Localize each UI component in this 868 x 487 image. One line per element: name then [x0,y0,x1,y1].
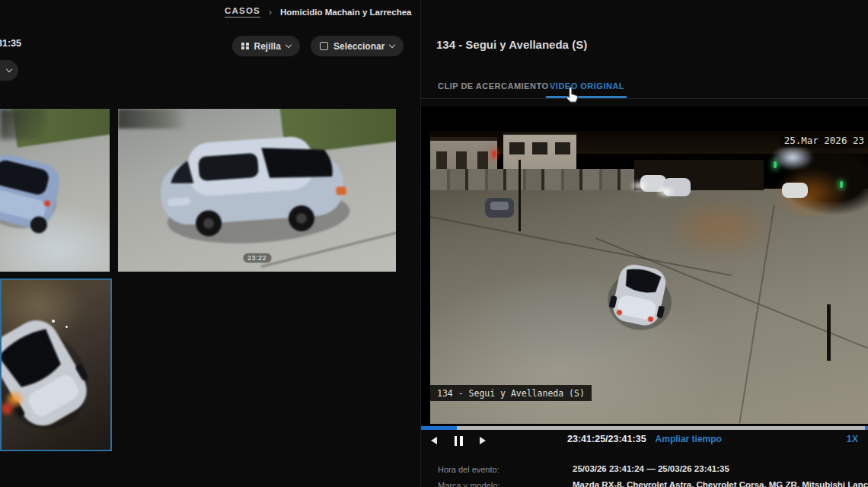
scene-car-white [782,183,808,198]
checkbox-icon [320,42,328,50]
playback-time-display: 23:41:25/23:41:35 [567,434,646,444]
make-model-value: Mazda RX-8, Chevrolet Astra, Chevrolet C… [573,480,868,487]
scene-headlight-glow [771,145,814,170]
event-time-value: 25/03/26 23:41:24 — 25/03/26 23:41:35 [573,464,729,473]
clipped-dropdown-button[interactable] [0,60,18,81]
scene-main-car [595,255,685,342]
thumb2-time-badge: 23:22 [242,253,272,263]
video-player[interactable]: 25.Mar 2026 23 134 - Segui y Avellaneda … [421,107,868,425]
scene-pole [827,304,831,361]
grid-view-label: Rejilla [254,41,281,52]
cursor-hand-icon [564,85,581,105]
timeline-progress-fill [421,426,457,430]
clipped-timestamp-text: 31:35 [0,38,21,49]
scene-parked-car [485,198,514,218]
tabs-bottom-border [421,98,868,99]
thumb1-shadow [0,109,46,139]
chevron-down-icon [389,42,395,48]
evidence-thumbnail-3-selected[interactable] [0,279,112,451]
video-osd-caption: 134 - Segui y Avellaneda (S) [430,385,592,401]
grid-icon [241,43,249,50]
video-footage: 25.Mar 2026 23 134 - Segui y Avellaneda … [430,131,868,424]
select-button[interactable]: Seleccionar [311,36,404,56]
camera-title: 134 - Segui y Avellaneda (S) [436,38,587,51]
app-window: CASOS › Homicidio Machain y Larrechea 31… [0,0,868,487]
scene-headlight-glow [656,186,675,198]
breadcrumb-case-name: Homicidio Machain y Larrechea [280,8,412,17]
scene-headlight-glow [630,180,649,192]
timeline-end-marker [865,426,868,430]
scene-storefront-shutters [430,169,634,190]
select-label: Seleccionar [333,41,385,52]
grid-view-button[interactable]: Rejilla [232,36,300,56]
chevron-down-icon [6,66,12,72]
scene-traffic-light-red [493,151,496,158]
tab-video-original[interactable]: VIDEO ORIGINAL [550,81,624,91]
event-time-label: Hora del evento: [438,465,499,474]
scene-traffic-light-green [774,161,777,168]
evidence-thumbnail-2[interactable]: 23:22 [118,109,396,272]
breadcrumb-casos-link[interactable]: CASOS [225,6,260,18]
thumb2-car-image [145,112,368,263]
thumb3-taillight-glow [0,402,14,415]
scene-traffic-light-green [840,181,843,188]
breadcrumb-separator-icon: › [269,7,272,18]
breadcrumb: CASOS › Homicidio Machain y Larrechea [225,6,411,18]
playback-speed-button[interactable]: 1X [847,434,858,444]
tab-clip-de-acercamiento[interactable]: CLIP DE ACERCAMIENTO [438,81,548,91]
video-osd-datetime: 25.Mar 2026 23 [780,132,868,148]
expand-time-link[interactable]: Ampliar tiempo [656,434,722,444]
scene-streetlight-glow [662,196,777,260]
video-timeline[interactable] [421,426,868,430]
make-model-label: Marca y modelo: [438,481,499,487]
scene-pole [519,160,521,231]
chevron-down-icon [286,42,292,48]
evidence-thumbnail-1[interactable] [0,109,110,272]
playback-time-group: 23:41:25/23:41:35 Ampliar tiempo [421,434,868,444]
